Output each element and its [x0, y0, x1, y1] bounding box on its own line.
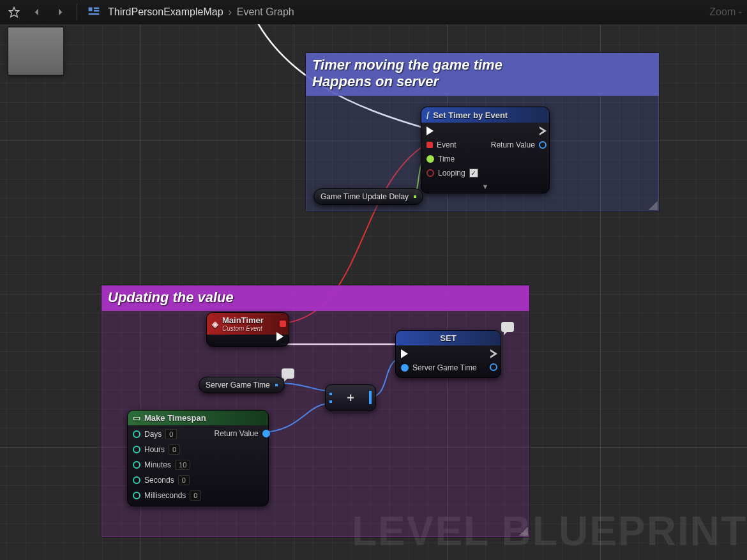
comment-timer[interactable]: Timer moving the game time Happens on se…: [305, 52, 660, 212]
nav-forward-icon[interactable]: [51, 3, 69, 21]
exec-in-pin[interactable]: [426, 126, 478, 135]
looping-checkbox[interactable]: ✓: [469, 169, 478, 178]
var-out-pin[interactable]: [414, 195, 416, 198]
svg-marker-0: [10, 8, 19, 17]
node-main-timer[interactable]: ◈ MainTimer Custom Event: [206, 312, 289, 347]
expand-node-icon[interactable]: ▼: [421, 183, 549, 193]
node-title: Set Timer by Event: [433, 110, 508, 120]
comment-title[interactable]: Updating the value: [102, 285, 529, 311]
seconds-input[interactable]: 0: [178, 475, 190, 485]
svg-rect-3: [94, 10, 99, 12]
node-add[interactable]: +: [325, 384, 376, 411]
var-out-pin[interactable]: [275, 384, 278, 386]
graph-canvas[interactable]: Timer moving the game time Happens on se…: [0, 0, 747, 560]
exec-out-pin[interactable]: [540, 126, 547, 135]
seconds-pin[interactable]: Seconds0: [133, 475, 201, 485]
comment-update[interactable]: Updating the value ◈ MainTimer Custom Ev…: [101, 285, 530, 538]
node-set-timer[interactable]: f Set Timer by Event Event Time Looping✓…: [421, 107, 550, 193]
add-in-b-pin[interactable]: [329, 400, 332, 403]
return-pin[interactable]: Return Value: [214, 429, 269, 438]
comment-title[interactable]: Timer moving the game time Happens on se…: [306, 53, 659, 96]
ms-pin[interactable]: Milliseconds0: [133, 490, 201, 501]
exec-out-pin[interactable]: [490, 349, 497, 358]
node-subtitle: Custom Event: [222, 325, 264, 332]
svg-rect-4: [89, 13, 100, 15]
hours-input[interactable]: 0: [169, 444, 180, 455]
node-title: MainTimer: [222, 315, 264, 325]
add-out-pin[interactable]: [369, 391, 372, 404]
toolbar: ThirdPersonExampleMap › Event Graph Zoom…: [0, 0, 747, 24]
days-input[interactable]: 0: [165, 429, 177, 439]
add-in-a-pin[interactable]: [329, 393, 332, 395]
value-out-pin[interactable]: [490, 363, 497, 371]
toolbar-separator: [77, 4, 77, 20]
thumb-preview[interactable]: [8, 27, 64, 75]
node-make-timespan[interactable]: ▭ Make Timespan Days0 Hours0 Minutes10 S…: [127, 410, 269, 506]
var-label: Server Game Time: [206, 381, 270, 390]
breadcrumb-main[interactable]: ThirdPersonExampleMap: [108, 6, 223, 18]
node-title: SET: [440, 333, 456, 343]
exec-out-pin[interactable]: [276, 332, 283, 341]
minutes-input[interactable]: 10: [175, 460, 190, 470]
svg-rect-1: [89, 8, 93, 11]
node-title: Make Timespan: [144, 413, 206, 423]
event-pin[interactable]: Event: [426, 140, 478, 149]
ms-input[interactable]: 0: [190, 490, 201, 501]
var-label: Game Time Update Delay: [321, 192, 409, 201]
comment-bubble-icon[interactable]: [501, 322, 514, 332]
looping-pin[interactable]: Looping✓: [426, 169, 478, 178]
comment-bubble-icon[interactable]: [282, 368, 294, 379]
exec-in-pin[interactable]: [401, 349, 477, 358]
minutes-pin[interactable]: Minutes10: [133, 460, 201, 470]
resize-handle[interactable]: [519, 527, 528, 536]
event-icon: ◈: [212, 319, 218, 329]
time-pin[interactable]: Time: [426, 155, 478, 163]
zoom-label: Zoom -: [709, 6, 742, 18]
resize-handle[interactable]: [649, 201, 658, 210]
struct-icon: ▭: [133, 413, 140, 423]
return-value-pin[interactable]: Return Value: [491, 140, 547, 149]
nav-back-icon[interactable]: [28, 3, 46, 21]
plus-icon: +: [347, 391, 354, 405]
node-set[interactable]: SET Server Game Time: [395, 330, 501, 378]
graph-icon[interactable]: [85, 3, 103, 21]
hours-pin[interactable]: Hours0: [133, 444, 201, 455]
favorite-icon[interactable]: [5, 3, 23, 21]
function-icon: f: [426, 110, 429, 120]
chevron-right-icon: ›: [229, 6, 232, 18]
server-game-time-in-pin[interactable]: Server Game Time: [401, 363, 477, 372]
breadcrumb-sub[interactable]: Event Graph: [237, 6, 294, 18]
node-var-game-time-delay[interactable]: Game Time Update Delay: [313, 188, 423, 205]
node-var-server-game-time[interactable]: Server Game Time: [199, 377, 285, 393]
days-pin[interactable]: Days0: [133, 429, 201, 439]
svg-rect-2: [94, 8, 99, 10]
delegate-pin[interactable]: [280, 321, 286, 327]
